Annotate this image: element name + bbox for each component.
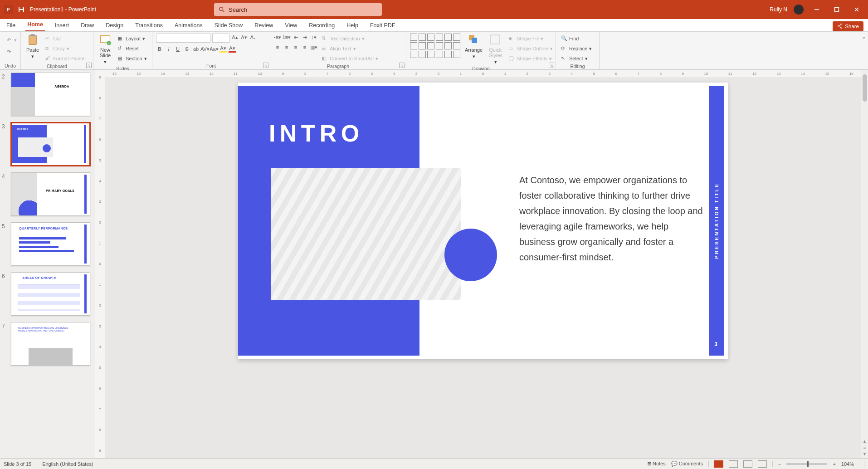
text-shadow-button[interactable]: ab xyxy=(192,45,200,53)
find-button[interactable]: 🔍Find xyxy=(560,34,580,43)
undo-button[interactable]: ↶▾ xyxy=(4,35,18,44)
comments-button[interactable]: 💬 Comments xyxy=(671,461,703,467)
format-painter-button[interactable]: 🖌 Format Painter xyxy=(44,54,88,63)
tab-review[interactable]: Review xyxy=(253,20,275,31)
vertical-ruler[interactable]: 9876543210123456789 xyxy=(95,70,105,458)
shape-fill-button[interactable]: ◆Shape Fill ▾ xyxy=(507,34,554,43)
clear-formatting-icon[interactable]: Aₓ xyxy=(249,34,257,41)
line-spacing-button[interactable]: ↕▾ xyxy=(310,34,317,41)
zoom-in-button[interactable]: + xyxy=(833,461,835,467)
slide-thumbnail-6[interactable]: AREAS OF GROWTH xyxy=(11,272,90,316)
tab-foxit-pdf[interactable]: Foxit PDF xyxy=(368,20,397,31)
tab-slide-show[interactable]: Slide Show xyxy=(213,20,245,31)
tab-help[interactable]: Help xyxy=(345,20,360,31)
minimize-button[interactable] xyxy=(810,0,824,19)
select-button[interactable]: ↖Select ▾ xyxy=(560,54,589,63)
convert-smartart-button[interactable]: ◧Convert to SmartArt ▾ xyxy=(320,54,380,63)
slide-body-text[interactable]: At Contoso, we empower organizations to … xyxy=(519,172,705,265)
tab-draw[interactable]: Draw xyxy=(79,20,96,31)
next-slide-icon[interactable]: ▼ xyxy=(863,452,867,456)
increase-indent-button[interactable]: ⇥ xyxy=(301,34,308,41)
font-size-input[interactable] xyxy=(212,34,229,43)
font-dialog-launcher[interactable]: ↘ xyxy=(263,63,268,68)
align-center-button[interactable]: ≡ xyxy=(283,44,290,51)
zoom-slider[interactable] xyxy=(786,463,827,465)
arrange-button[interactable]: Arrange▾ xyxy=(463,34,484,59)
tab-animations[interactable]: Animations xyxy=(173,20,205,31)
new-slide-button[interactable]: + New Slide ▾ xyxy=(97,34,113,65)
current-slide[interactable]: INTRO At Contoso, we empower organizatio… xyxy=(238,83,728,359)
font-color-button[interactable]: A▾ xyxy=(229,45,236,53)
cut-button[interactable]: ✂ Cut xyxy=(44,34,88,43)
status-language[interactable]: English (United States) xyxy=(42,461,93,467)
decrease-font-icon[interactable]: A▾ xyxy=(240,34,248,41)
tab-insert[interactable]: Insert xyxy=(53,20,71,31)
scrollbar-thumb[interactable] xyxy=(863,74,867,102)
horizontal-ruler[interactable]: 1615141312111098765432101234567891011121… xyxy=(105,70,861,78)
slide-image-placeholder[interactable] xyxy=(271,168,461,300)
close-button[interactable] xyxy=(850,0,863,19)
slide-title[interactable]: INTRO xyxy=(269,120,364,147)
slide-thumbnail-2[interactable]: AGENDA xyxy=(11,73,90,116)
slide-nav-icon[interactable]: ≡ xyxy=(863,445,866,450)
paste-button[interactable]: Paste ▾ xyxy=(24,34,41,59)
numbering-button[interactable]: 1≡▾ xyxy=(283,34,290,41)
font-family-input[interactable] xyxy=(156,34,210,43)
notes-button[interactable]: ≣ Notes xyxy=(647,461,666,467)
decrease-indent-button[interactable]: ⇤ xyxy=(292,34,299,41)
slide-canvas[interactable]: INTRO At Contoso, we empower organizatio… xyxy=(105,78,861,458)
section-button[interactable]: ▤Section ▾ xyxy=(116,54,148,63)
align-left-button[interactable]: ≡ xyxy=(274,44,281,51)
drawing-dialog-launcher[interactable]: ↘ xyxy=(549,63,554,68)
previous-slide-icon[interactable]: ▲ xyxy=(863,439,867,444)
share-button[interactable]: Share xyxy=(833,21,863,31)
increase-font-icon[interactable]: A▴ xyxy=(231,34,239,41)
maximize-button[interactable] xyxy=(830,0,844,19)
status-slide-info[interactable]: Slide 3 of 15 xyxy=(4,461,31,467)
change-case-button[interactable]: Aa▾ xyxy=(210,45,218,53)
columns-button[interactable]: ▥▾ xyxy=(310,44,317,51)
layout-button[interactable]: ▦Layout ▾ xyxy=(116,34,148,43)
strikethrough-button[interactable]: S xyxy=(183,45,190,53)
quick-styles-button[interactable]: Quick Styles▾ xyxy=(487,34,504,65)
zoom-level[interactable]: 104% xyxy=(841,461,854,467)
justify-button[interactable]: ≡ xyxy=(301,44,308,51)
slide-thumbnails-panel[interactable]: 2 AGENDA 3 INTRO 4 PRIMARY GOALS xyxy=(0,70,95,458)
ribbon-collapse-icon[interactable]: ⌄ xyxy=(862,34,866,40)
align-text-button[interactable]: ⊟Align Text ▾ xyxy=(320,44,380,53)
replace-button[interactable]: ⟳Replace ▾ xyxy=(560,44,593,53)
tab-design[interactable]: Design xyxy=(104,20,125,31)
slide-thumbnail-3[interactable]: INTRO xyxy=(11,122,90,166)
character-spacing-button[interactable]: AV▾ xyxy=(201,45,209,53)
tab-transitions[interactable]: Transitions xyxy=(133,20,165,31)
shape-outline-button[interactable]: ▭Shape Outline ▾ xyxy=(507,44,554,53)
tab-file[interactable]: File xyxy=(5,20,17,31)
zoom-out-button[interactable]: − xyxy=(778,461,781,467)
shape-effects-button[interactable]: ◯Shape Effects ▾ xyxy=(507,54,554,63)
reset-button[interactable]: ↺Reset xyxy=(116,44,148,53)
fit-to-window-button[interactable]: ⛶ xyxy=(859,461,864,467)
underline-button[interactable]: U xyxy=(174,45,181,53)
redo-button[interactable]: ↷ xyxy=(4,47,14,56)
user-avatar-icon[interactable] xyxy=(794,5,804,15)
user-name[interactable]: Rully N xyxy=(770,6,787,13)
shapes-gallery[interactable] xyxy=(410,34,460,58)
reading-view-button[interactable] xyxy=(743,460,752,468)
tab-recording[interactable]: Recording xyxy=(307,20,336,31)
text-direction-button[interactable]: ⇅Text Direction ▾ xyxy=(320,34,380,43)
search-input[interactable]: Search xyxy=(214,3,382,16)
slideshow-view-button[interactable] xyxy=(758,460,767,468)
paragraph-dialog-launcher[interactable]: ↘ xyxy=(399,63,405,68)
bullets-button[interactable]: •≡▾ xyxy=(274,34,281,41)
save-icon[interactable] xyxy=(17,5,25,14)
slide-thumbnail-7[interactable]: “BUSINESS OPPORTUNITIES ARE LIKE BUSES,T… xyxy=(11,322,90,366)
slide-thumbnail-4[interactable]: PRIMARY GOALS xyxy=(11,172,90,216)
copy-button[interactable]: ⧉ Copy ▾ xyxy=(44,44,88,53)
slide-thumbnail-5[interactable]: QUARTERLY PERFORMANCE xyxy=(11,222,90,266)
slide-circle-shape[interactable] xyxy=(444,229,497,281)
tab-home[interactable]: Home xyxy=(25,20,45,31)
clipboard-dialog-launcher[interactable]: ↘ xyxy=(86,63,92,68)
italic-button[interactable]: I xyxy=(165,45,172,53)
highlight-color-button[interactable]: A▾ xyxy=(219,45,227,53)
tab-view[interactable]: View xyxy=(283,20,299,31)
